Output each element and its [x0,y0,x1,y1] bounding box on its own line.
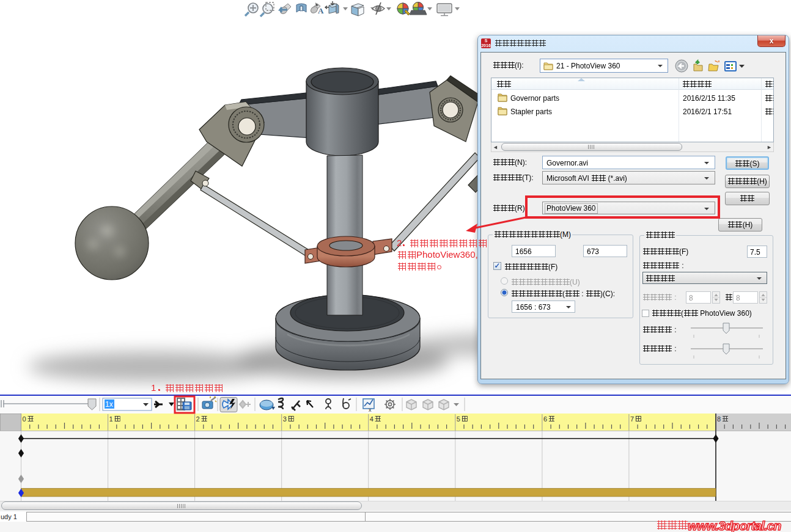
svg-text:5: 5 [457,415,460,423]
svg-text:8: 8 [717,415,721,423]
svg-text:4: 4 [370,415,373,423]
svg-text:0: 0 [23,415,26,423]
svg-text:A: A [318,6,324,15]
svg-text:3: 3 [283,415,287,423]
svg-text:1: 1 [109,415,113,423]
svg-text:7: 7 [630,415,634,423]
svg-text:x: x [369,407,372,413]
svg-text:1x: 1x [105,400,113,409]
svg-text:2: 2 [196,415,200,423]
svg-text:6: 6 [543,415,547,423]
